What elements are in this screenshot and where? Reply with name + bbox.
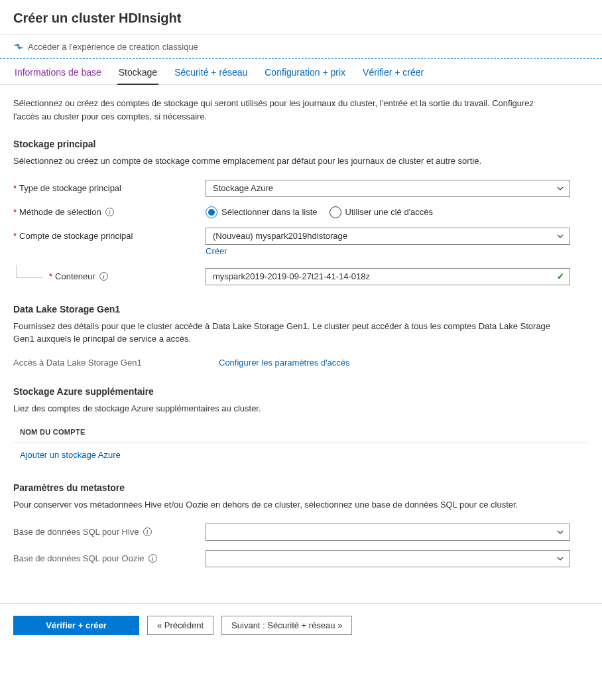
storage-account-row: * Compte de stockage principal (Nouveau)… <box>13 228 589 245</box>
previous-button[interactable]: « Précédent <box>147 616 213 635</box>
wizard-footer: Vérifier + créer « Précédent Suivant : S… <box>0 603 602 647</box>
page-title: Créer un cluster HDInsight <box>13 11 589 26</box>
adls-desc: Fournissez des détails pour que le clust… <box>13 320 570 346</box>
review-create-button[interactable]: Vérifier + créer <box>13 616 139 635</box>
tab-storage[interactable]: Stockage <box>117 59 158 84</box>
checkmark-icon: ✓ <box>557 271 564 281</box>
page-header: Créer un cluster HDInsight <box>0 0 602 35</box>
chevron-down-icon <box>556 232 564 240</box>
adls-access-row: Accès à Data Lake Storage Gen1 Configure… <box>13 358 589 368</box>
hive-db-select[interactable] <box>206 524 570 541</box>
additional-storage-title: Stockage Azure supplémentaire <box>13 386 589 397</box>
chevron-down-icon <box>556 184 564 192</box>
radio-button-unchecked <box>330 206 341 218</box>
classic-link-text: Accéder à l'expérience de création class… <box>28 42 198 52</box>
required-marker: * <box>49 271 52 281</box>
tab-basics[interactable]: Informations de base <box>13 59 103 84</box>
intro-text: Sélectionnez ou créez des comptes de sto… <box>13 97 557 123</box>
storage-type-label: * Type de stockage principal <box>13 183 206 193</box>
wizard-tabs: Informations de base Stockage Sécurité +… <box>0 59 602 85</box>
oozie-db-row: Base de données SQL pour Oozie i <box>13 550 589 567</box>
radio-use-access-key[interactable]: Utiliser une clé d'accès <box>330 206 434 218</box>
adls-access-label: Accès à Data Lake Storage Gen1 <box>13 358 219 368</box>
oozie-db-select[interactable] <box>206 550 570 567</box>
create-new-row: Créer <box>13 246 589 256</box>
storage-type-select[interactable]: Stockage Azure <box>206 180 570 197</box>
create-new-link[interactable]: Créer <box>206 246 227 256</box>
primary-storage-title: Stockage principal <box>13 139 589 149</box>
oozie-db-label: Base de données SQL pour Oozie i <box>13 553 206 563</box>
add-storage-link[interactable]: Ajouter un stockage Azure <box>13 443 589 464</box>
storage-account-label: * Compte de stockage principal <box>13 231 206 241</box>
selection-method-label: * Méthode de sélection i <box>13 207 206 217</box>
radio-select-from-list[interactable]: Sélectionner dans la liste <box>206 206 318 218</box>
required-marker: * <box>13 207 17 217</box>
storage-account-select[interactable]: (Nouveau) myspark2019hdistorage <box>206 228 570 245</box>
container-label: * Conteneur i <box>13 271 206 281</box>
chevron-down-icon <box>556 528 564 536</box>
metastore-desc: Pour conserver vos métadonnées Hive et/o… <box>13 498 570 512</box>
hive-db-row: Base de données SQL pour Hive i <box>13 524 589 541</box>
chevron-down-icon <box>556 555 564 563</box>
metastore-title: Paramètres du metastore <box>13 482 589 493</box>
tab-configuration[interactable]: Configuration + prix <box>263 59 347 84</box>
primary-storage-desc: Sélectionnez ou créez un compte de stock… <box>13 155 570 168</box>
info-icon[interactable]: i <box>105 208 114 216</box>
hive-db-label: Base de données SQL pour Hive i <box>13 527 206 537</box>
switch-icon <box>13 41 24 52</box>
adls-configure-link[interactable]: Configurer les paramètres d'accès <box>219 358 350 368</box>
classic-experience-link[interactable]: Accéder à l'expérience de création class… <box>0 35 602 59</box>
tab-security[interactable]: Sécurité + réseau <box>173 59 249 84</box>
selection-method-radios: Sélectionner dans la liste Utiliser une … <box>206 206 570 218</box>
adls-title: Data Lake Storage Gen1 <box>13 304 589 315</box>
required-marker: * <box>13 231 17 241</box>
tab-review[interactable]: Vérifier + créer <box>361 59 425 84</box>
storage-type-row: * Type de stockage principal Stockage Az… <box>13 180 589 197</box>
required-marker: * <box>13 183 17 193</box>
indent-bracket <box>16 265 42 278</box>
info-icon[interactable]: i <box>149 554 157 563</box>
additional-storage-desc: Liez des comptes de stockage Azure suppl… <box>13 402 570 415</box>
selection-method-row: * Méthode de sélection i Sélectionner da… <box>13 206 589 218</box>
container-input[interactable]: myspark2019-2019-09-27t21-41-14-018z ✓ <box>206 268 570 285</box>
info-icon[interactable]: i <box>143 527 152 536</box>
radio-button-checked <box>206 206 217 218</box>
next-button[interactable]: Suivant : Sécurité + réseau » <box>221 616 352 635</box>
account-name-header: Nom du compte <box>13 419 589 443</box>
container-row: * Conteneur i myspark2019-2019-09-27t21-… <box>13 268 589 285</box>
info-icon[interactable]: i <box>99 272 108 281</box>
content-area: Sélectionnez ou créez des comptes de sto… <box>0 85 602 590</box>
